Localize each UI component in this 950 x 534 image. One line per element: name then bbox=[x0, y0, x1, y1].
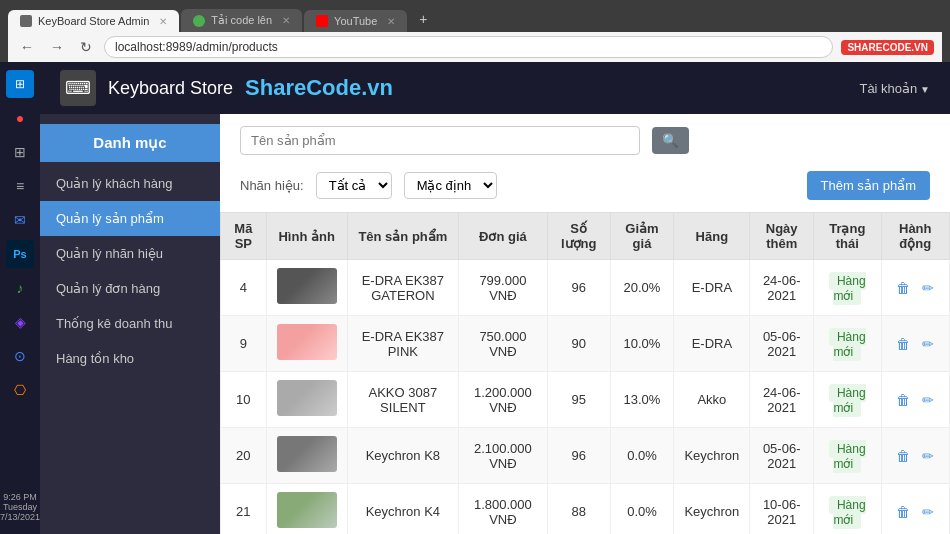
ps-icon[interactable]: Ps bbox=[6, 240, 34, 268]
col-header-qty: Số lượng bbox=[547, 213, 610, 260]
cell-name: E-DRA EK387 GATERON bbox=[347, 260, 458, 316]
status-badge: Hàng mới bbox=[829, 496, 866, 529]
nav-item-stats[interactable]: Thống kê doanh thu bbox=[40, 306, 220, 341]
cell-brand: E-DRA bbox=[674, 316, 750, 372]
table-row: 4 E-DRA EK387 GATERON 799.000 VNĐ 96 20.… bbox=[221, 260, 950, 316]
table-row: 21 Keychron K4 1.800.000 VNĐ 88 0.0% Key… bbox=[221, 484, 950, 535]
delete-icon[interactable]: 🗑 bbox=[896, 392, 910, 408]
status-badge: Hàng mới bbox=[829, 440, 866, 473]
tab-youtube[interactable]: YouTube ✕ bbox=[304, 10, 407, 32]
add-product-button[interactable]: Thêm sản phẩm bbox=[807, 171, 930, 200]
product-image bbox=[277, 268, 337, 304]
col-header-id: Mã SP bbox=[221, 213, 267, 260]
cell-date: 24-06-2021 bbox=[750, 372, 814, 428]
tab-taicode[interactable]: Tải code lên ✕ bbox=[181, 9, 302, 32]
keyboard-icon: ⌨ bbox=[60, 70, 96, 106]
delete-icon[interactable]: 🗑 bbox=[896, 504, 910, 520]
cell-brand: Keychron bbox=[674, 428, 750, 484]
nav-item-brands[interactable]: Quản lý nhãn hiệu bbox=[40, 236, 220, 271]
edit-icon[interactable]: ✏ bbox=[922, 504, 934, 520]
cell-discount: 0.0% bbox=[610, 484, 674, 535]
product-image bbox=[277, 436, 337, 472]
cell-image bbox=[266, 428, 347, 484]
grid-icon[interactable]: ⊞ bbox=[6, 138, 34, 166]
cell-price: 750.000 VNĐ bbox=[459, 316, 548, 372]
search-input[interactable] bbox=[240, 126, 640, 155]
cell-image bbox=[266, 372, 347, 428]
cell-id: 10 bbox=[221, 372, 267, 428]
account-menu[interactable]: Tài khoản bbox=[859, 81, 930, 96]
tab-label-tc: Tải code lên bbox=[211, 14, 272, 27]
cell-status: Hàng mới bbox=[814, 484, 881, 535]
cell-status: Hàng mới bbox=[814, 428, 881, 484]
new-tab-button[interactable]: + bbox=[409, 6, 437, 32]
chrome-icon[interactable]: ⊙ bbox=[6, 342, 34, 370]
extra-icon[interactable]: ⎔ bbox=[6, 376, 34, 404]
col-header-date: Ngày thêm bbox=[750, 213, 814, 260]
delete-icon[interactable]: 🗑 bbox=[896, 280, 910, 296]
tab-keyboard-store[interactable]: KeyBoard Store Admin ✕ bbox=[8, 10, 179, 32]
nav-item-customers[interactable]: Quản lý khách hàng bbox=[40, 166, 220, 201]
search-button[interactable]: 🔍 bbox=[652, 127, 689, 154]
tab-close-kb[interactable]: ✕ bbox=[159, 16, 167, 27]
cell-discount: 10.0% bbox=[610, 316, 674, 372]
menu-icon[interactable]: ≡ bbox=[6, 172, 34, 200]
cell-discount: 0.0% bbox=[610, 428, 674, 484]
notification-icon[interactable]: ● bbox=[6, 104, 34, 132]
music-icon[interactable]: ♪ bbox=[6, 274, 34, 302]
status-badge: Hàng mới bbox=[829, 328, 866, 361]
col-header-status: Trạng thái bbox=[814, 213, 881, 260]
tab-close-yt[interactable]: ✕ bbox=[387, 16, 395, 27]
url-bar[interactable] bbox=[104, 36, 833, 58]
edit-icon[interactable]: ✏ bbox=[922, 336, 934, 352]
edit-icon[interactable]: ✏ bbox=[922, 280, 934, 296]
cell-actions: 🗑 ✏ bbox=[881, 372, 950, 428]
cell-qty: 96 bbox=[547, 260, 610, 316]
status-badge: Hàng mới bbox=[829, 272, 866, 305]
action-icons: 🗑 ✏ bbox=[892, 504, 940, 520]
col-header-image: Hình ảnh bbox=[266, 213, 347, 260]
nav-item-inventory[interactable]: Hàng tồn kho bbox=[40, 341, 220, 376]
cell-qty: 90 bbox=[547, 316, 610, 372]
cell-date: 05-06-2021 bbox=[750, 428, 814, 484]
action-icons: 🗑 ✏ bbox=[892, 280, 940, 296]
cell-brand: Keychron bbox=[674, 484, 750, 535]
nav-item-products[interactable]: Quản lý sản phẩm bbox=[40, 201, 220, 236]
cell-id: 20 bbox=[221, 428, 267, 484]
cell-date: 10-06-2021 bbox=[750, 484, 814, 535]
product-table: Mã SP Hình ảnh Tên sản phẩm Đơn giá Số l… bbox=[220, 212, 950, 534]
action-icons: 🗑 ✏ bbox=[892, 448, 940, 464]
brand-filter-select[interactable]: Tất cả bbox=[316, 172, 392, 199]
nav-item-orders[interactable]: Quản lý đơn hàng bbox=[40, 271, 220, 306]
app-title: Keyboard Store bbox=[108, 78, 233, 99]
cell-id: 4 bbox=[221, 260, 267, 316]
cell-image bbox=[266, 260, 347, 316]
app-content: ⌨ Keyboard Store ShareCode.vn Tài khoản … bbox=[40, 62, 950, 534]
delete-icon[interactable]: 🗑 bbox=[896, 336, 910, 352]
cell-brand: E-DRA bbox=[674, 260, 750, 316]
reload-button[interactable]: ↻ bbox=[76, 37, 96, 57]
mail-icon[interactable]: ✉ bbox=[6, 206, 34, 234]
clock-display: 9:26 PM Tuesday 7/13/2021 bbox=[0, 492, 40, 522]
browser-tabs: KeyBoard Store Admin ✕ Tải code lên ✕ Yo… bbox=[8, 6, 942, 32]
cell-id: 9 bbox=[221, 316, 267, 372]
delete-icon[interactable]: 🗑 bbox=[896, 448, 910, 464]
tab-label-kb: KeyBoard Store Admin bbox=[38, 15, 149, 27]
nav-sidebar: Danh mục Quản lý khách hàng Quản lý sản … bbox=[40, 114, 220, 534]
forward-button[interactable]: → bbox=[46, 37, 68, 57]
sort-filter-select[interactable]: Mặc định bbox=[404, 172, 497, 199]
cell-actions: 🗑 ✏ bbox=[881, 316, 950, 372]
tab-close-tc[interactable]: ✕ bbox=[282, 15, 290, 26]
tab-favicon-kb bbox=[20, 15, 32, 27]
col-header-price: Đơn giá bbox=[459, 213, 548, 260]
vscode-icon[interactable]: ◈ bbox=[6, 308, 34, 336]
windows-icon[interactable]: ⊞ bbox=[6, 70, 34, 98]
back-button[interactable]: ← bbox=[16, 37, 38, 57]
product-image bbox=[277, 380, 337, 416]
cell-image bbox=[266, 484, 347, 535]
cell-name: Keychron K4 bbox=[347, 484, 458, 535]
action-icons: 🗑 ✏ bbox=[892, 336, 940, 352]
edit-icon[interactable]: ✏ bbox=[922, 392, 934, 408]
edit-icon[interactable]: ✏ bbox=[922, 448, 934, 464]
cell-name: E-DRA EK387 PINK bbox=[347, 316, 458, 372]
